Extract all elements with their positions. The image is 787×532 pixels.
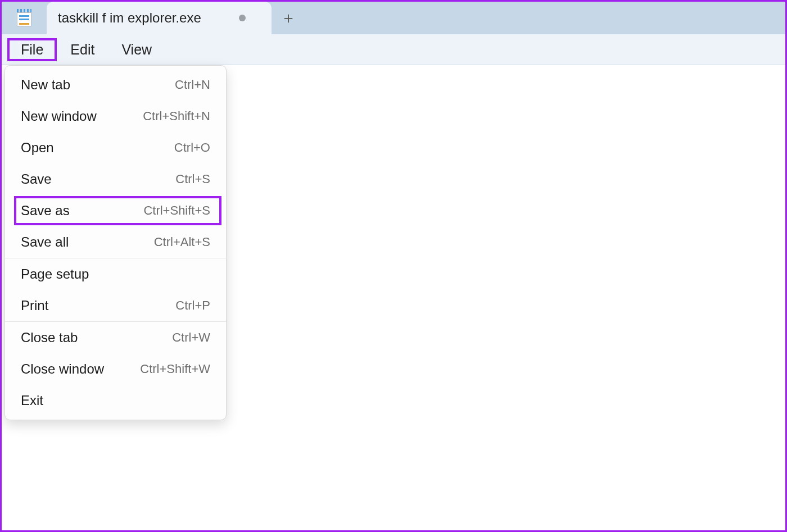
menu-edit[interactable]: Edit	[57, 38, 108, 61]
document-tab[interactable]: taskkill f im explorer.exe	[47, 2, 272, 34]
file-menu-item-new-tab[interactable]: New tabCtrl+N	[5, 69, 226, 101]
menu-item-label: Save	[21, 171, 52, 187]
menu-item-shortcut: Ctrl+S	[175, 172, 210, 187]
menu-item-label: Print	[21, 298, 48, 313]
title-bar: taskkill f im explorer.exe ＋	[2, 2, 785, 34]
menu-item-shortcut: Ctrl+Shift+S	[143, 203, 210, 218]
menu-file[interactable]: File	[7, 38, 57, 61]
menu-item-label: Close tab	[21, 330, 78, 345]
tab-title: taskkill f im explorer.exe	[58, 10, 201, 26]
file-menu-item-save-as[interactable]: Save asCtrl+Shift+S	[5, 195, 226, 226]
plus-icon: ＋	[281, 7, 296, 29]
menu-item-shortcut: Ctrl+P	[175, 298, 210, 313]
file-menu-item-close-tab[interactable]: Close tabCtrl+W	[5, 322, 226, 353]
new-tab-button[interactable]: ＋	[272, 2, 305, 34]
file-menu-item-save[interactable]: SaveCtrl+S	[5, 163, 226, 195]
menu-item-label: Save as	[21, 203, 70, 219]
menu-item-label: Page setup	[21, 266, 89, 282]
menu-item-shortcut: Ctrl+Shift+N	[143, 109, 210, 124]
menu-item-shortcut: Ctrl+W	[172, 330, 210, 345]
menu-view[interactable]: View	[108, 38, 165, 61]
menu-item-label: New tab	[21, 77, 70, 93]
menu-item-label: Close window	[21, 361, 104, 377]
menu-item-label: Exit	[21, 393, 43, 408]
menu-item-label: Save all	[21, 234, 69, 250]
file-menu-item-new-window[interactable]: New windowCtrl+Shift+N	[5, 101, 226, 132]
app-icon-wrap	[2, 2, 47, 34]
menu-item-shortcut: Ctrl+Shift+W	[140, 362, 210, 376]
menu-item-shortcut: Ctrl+Alt+S	[154, 235, 210, 249]
unsaved-dot-icon	[239, 15, 246, 21]
file-menu-item-exit[interactable]: Exit	[5, 385, 226, 416]
menu-item-shortcut: Ctrl+O	[174, 140, 210, 155]
file-menu-item-page-setup[interactable]: Page setup	[5, 258, 226, 290]
file-menu-item-print[interactable]: PrintCtrl+P	[5, 290, 226, 321]
file-menu-item-open[interactable]: OpenCtrl+O	[5, 132, 226, 163]
file-menu-item-close-window[interactable]: Close windowCtrl+Shift+W	[5, 353, 226, 385]
menu-item-label: Open	[21, 140, 54, 156]
menu-item-label: New window	[21, 108, 97, 124]
file-menu-dropdown: New tabCtrl+NNew windowCtrl+Shift+NOpenC…	[4, 65, 227, 420]
file-menu-item-save-all[interactable]: Save allCtrl+Alt+S	[5, 226, 226, 258]
menu-bar: File Edit View	[2, 34, 785, 65]
notepad-icon	[16, 9, 33, 27]
menu-item-shortcut: Ctrl+N	[175, 78, 210, 92]
